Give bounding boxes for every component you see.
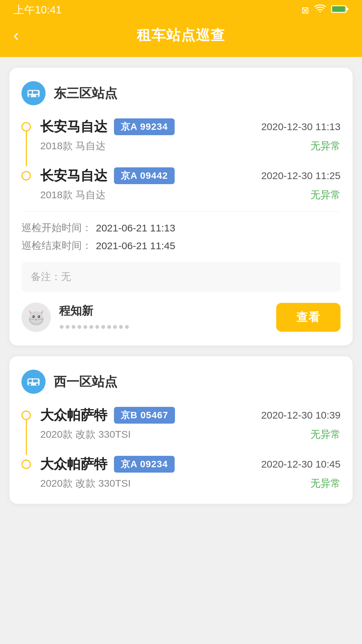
- card-divider-1: [21, 211, 341, 212]
- notes-text-1: 备注：无: [31, 271, 71, 282]
- content-area: 东三区站点 长安马自达 京A 99234 2020-12-30 11:13 20…: [0, 57, 362, 515]
- status-bar: 上午10:41 ⊠: [0, 0, 362, 20]
- vehicle-name-1-1: 长安马自达: [40, 117, 107, 136]
- svg-point-14: [29, 311, 43, 323]
- timeline-line: [26, 131, 27, 166]
- svg-point-19: [36, 318, 37, 320]
- back-button[interactable]: ‹: [13, 27, 19, 43]
- vehicle-list-2: 大众帕萨特 京B 05467 2020-12-30 10:39 2020款 改款…: [21, 406, 341, 490]
- svg-rect-26: [33, 379, 38, 382]
- vehicle-item-1-1: 长安马自达 京A 99234 2020-12-30 11:13 2018款 马自…: [21, 117, 341, 166]
- signal-icon: ⊠: [301, 5, 309, 16]
- inspector-info-1: 程知新 ●●●●●●●●●●●●: [59, 303, 268, 332]
- vehicle-time-2-1: 2020-12-30 10:39: [261, 410, 341, 421]
- vehicle-model-2-1: 2020款 改款 330TSI: [40, 428, 131, 441]
- vehicle-status-2-1: 无异常: [310, 428, 341, 441]
- vehicle-top-2-1: 大众帕萨特 京B 05467 2020-12-30 10:39: [40, 406, 341, 424]
- vehicle-name-2-1: 大众帕萨特: [40, 406, 107, 424]
- plate-badge-2-2: 京A 09234: [114, 456, 175, 473]
- svg-rect-5: [33, 91, 38, 94]
- vehicle-model-1-1: 2018款 马自达: [40, 139, 106, 153]
- page-title: 租车站点巡查: [137, 26, 225, 45]
- vehicle-time-1-1: 2020-12-30 11:13: [261, 121, 341, 132]
- vehicle-info-1-2: 长安马自达 京A 09442 2020-12-30 11:25 2018款 马自…: [40, 166, 341, 202]
- svg-point-7: [36, 95, 39, 97]
- zone-icon-2: [21, 370, 46, 394]
- plate-badge-2-1: 京B 05467: [114, 407, 175, 424]
- card-header-2: 西一区站点: [21, 370, 341, 394]
- vehicle-info-1-1: 长安马自达 京A 99234 2020-12-30 11:13 2018款 马自…: [40, 117, 341, 153]
- svg-rect-25: [28, 379, 32, 382]
- vehicle-list-1: 长安马自达 京A 99234 2020-12-30 11:13 2018款 马自…: [21, 117, 341, 202]
- vehicle-name-2-2: 大众帕萨特: [40, 455, 107, 473]
- inspector-row-1: 程知新 ●●●●●●●●●●●● 查看: [21, 303, 341, 332]
- inspector-avatar-1: [21, 303, 51, 332]
- svg-rect-1: [346, 8, 348, 10]
- timeline-dot: [21, 122, 31, 131]
- vehicle-time-1-2: 2020-12-30 11:25: [261, 170, 341, 181]
- zone-name-1: 东三区站点: [54, 85, 117, 102]
- inspection-end-label: 巡检结束时间：: [21, 239, 92, 253]
- card-header-1: 东三区站点: [21, 81, 341, 105]
- vehicle-top-2-2: 大众帕萨特 京A 09234 2020-12-30 10:45: [40, 455, 341, 473]
- plate-badge-1-1: 京A 99234: [114, 118, 175, 135]
- vehicle-bottom-1-1: 2018款 马自达 无异常: [40, 139, 341, 153]
- svg-rect-2: [332, 6, 345, 12]
- vehicle-model-2-2: 2020款 改款 330TSI: [40, 477, 131, 490]
- inspection-start-label: 巡检开始时间：: [21, 221, 92, 235]
- inspection-start-row: 巡检开始时间： 2021-06-21 11:13: [21, 221, 341, 235]
- vehicle-status-1-2: 无异常: [310, 188, 341, 202]
- plate-badge-1-2: 京A 09442: [114, 167, 175, 184]
- svg-point-17: [33, 316, 34, 317]
- page-header: ‹ 租车站点巡查: [0, 20, 362, 57]
- vehicle-item-1-2: 长安马自达 京A 09442 2020-12-30 11:25 2018款 马自…: [21, 166, 341, 202]
- inspector-name-1: 程知新: [59, 303, 268, 319]
- timeline-dot-2-2: [21, 460, 31, 469]
- vehicle-bottom-2-2: 2020款 改款 330TSI 无异常: [40, 477, 341, 490]
- vehicle-info-2-2: 大众帕萨特 京A 09234 2020-12-30 10:45 2020款 改款…: [40, 455, 341, 490]
- wifi-icon: [314, 4, 326, 16]
- status-time: 上午10:41: [13, 3, 62, 17]
- vehicle-top-1-1: 长安马自达 京A 99234 2020-12-30 11:13: [40, 117, 341, 136]
- zone-name-2: 西一区站点: [54, 373, 117, 390]
- notes-box-1: 备注：无: [21, 262, 341, 292]
- timeline-dot-2-1: [21, 411, 31, 420]
- status-icons: ⊠: [301, 4, 349, 16]
- vehicle-status-2-2: 无异常: [310, 477, 341, 490]
- view-button-1[interactable]: 查看: [276, 303, 341, 332]
- vehicle-bottom-1-2: 2018款 马自达 无异常: [40, 188, 341, 202]
- vehicle-item-2-2: 大众帕萨特 京A 09234 2020-12-30 10:45 2020款 改款…: [21, 455, 341, 490]
- vehicle-time-2-2: 2020-12-30 10:45: [261, 459, 341, 470]
- inspector-id-1: ●●●●●●●●●●●●: [59, 321, 268, 332]
- svg-point-28: [36, 383, 39, 386]
- vehicle-bottom-2-1: 2020款 改款 330TSI 无异常: [40, 428, 341, 441]
- battery-icon: [331, 5, 349, 16]
- vehicle-info-2-1: 大众帕萨特 京B 05467 2020-12-30 10:39 2020款 改款…: [40, 406, 341, 441]
- svg-point-27: [29, 383, 31, 386]
- svg-rect-4: [28, 91, 32, 94]
- svg-point-6: [29, 95, 31, 97]
- timeline-dot-2: [21, 171, 31, 180]
- svg-point-15: [33, 315, 35, 318]
- inspection-start-value: 2021-06-21 11:13: [96, 222, 175, 234]
- inspection-end-row: 巡检结束时间： 2021-06-21 11:45: [21, 239, 341, 253]
- timeline-line-2-1: [26, 420, 27, 455]
- inspection-card-2: 西一区站点 大众帕萨特 京B 05467 2020-12-30 10:39 20…: [9, 356, 353, 504]
- zone-icon-1: [21, 81, 46, 105]
- vehicle-top-1-2: 长安马自达 京A 09442 2020-12-30 11:25: [40, 166, 341, 185]
- inspection-times-1: 巡检开始时间： 2021-06-21 11:13 巡检结束时间： 2021-06…: [21, 221, 341, 253]
- vehicle-status-1-1: 无异常: [310, 139, 341, 153]
- svg-point-18: [38, 316, 39, 317]
- inspection-card-1: 东三区站点 长安马自达 京A 99234 2020-12-30 11:13 20…: [9, 68, 353, 345]
- vehicle-item-2-1: 大众帕萨特 京B 05467 2020-12-30 10:39 2020款 改款…: [21, 406, 341, 455]
- vehicle-name-1-2: 长安马自达: [40, 166, 107, 185]
- inspection-end-value: 2021-06-21 11:45: [96, 240, 175, 252]
- vehicle-model-1-2: 2018款 马自达: [40, 188, 106, 202]
- svg-point-16: [38, 315, 40, 318]
